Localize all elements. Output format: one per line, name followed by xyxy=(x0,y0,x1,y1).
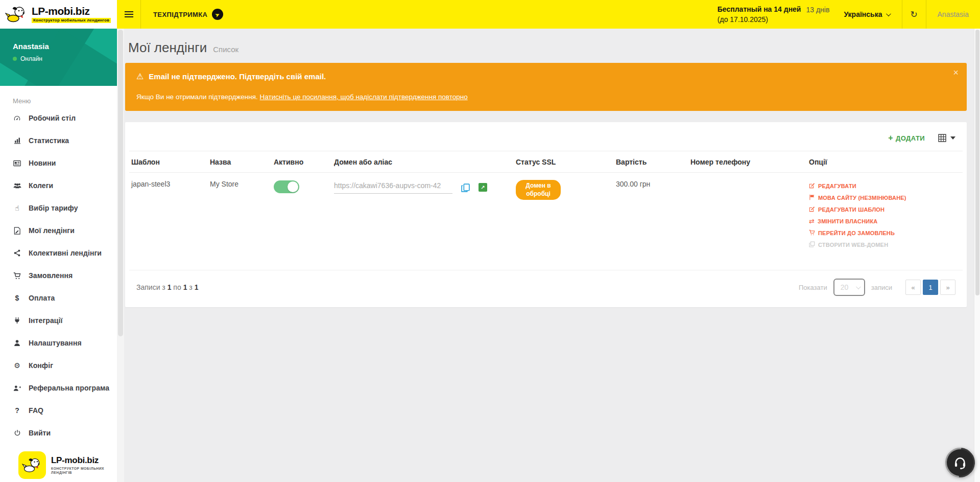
active-toggle[interactable] xyxy=(274,180,299,193)
pagination-next-button[interactable]: » xyxy=(940,280,955,295)
sidebar-item-statistics[interactable]: Статистика xyxy=(0,129,117,152)
page-subtitle: Список xyxy=(213,45,238,54)
option-site-language[interactable]: МОВА САЙТУ (НЕЗМІНЮВАНЕ) xyxy=(809,192,960,203)
cell-ssl-status: Домен в обробці xyxy=(514,173,614,258)
cell-name: My Store xyxy=(208,173,272,258)
external-link-icon[interactable]: ↗ xyxy=(479,183,487,192)
per-page-select[interactable]: 20 xyxy=(833,279,865,296)
user-icon xyxy=(12,339,22,347)
sidebar-item-news[interactable]: Новини xyxy=(0,152,117,174)
sidebar-item-referral[interactable]: Реферальна програма xyxy=(0,377,117,399)
sidebar: Anastasia Онлайн Меню Робочий стіл Стати… xyxy=(0,29,117,482)
sidebar-user-panel: Anastasia Онлайн xyxy=(0,29,117,86)
col-header-ssl[interactable]: Статус SSL xyxy=(514,151,614,172)
banner-text: Якщо Ви не отримали підтвердження. xyxy=(136,93,258,101)
col-header-options[interactable]: Опції xyxy=(807,151,963,172)
banner-title-text: Email не підтверджено. Підтвердіть свій … xyxy=(149,72,326,81)
brand-logo[interactable]: LP-mobi.biz Конструктор мобильных лендин… xyxy=(0,0,117,29)
col-header-domain[interactable]: Домен або аліас xyxy=(332,151,514,172)
gears-icon: ⚙ xyxy=(12,361,22,370)
cell-template: japan-steel3 xyxy=(129,173,208,258)
option-edit[interactable]: РЕДАГУВАТИ xyxy=(809,180,960,192)
sidebar-item-settings[interactable]: Налаштування xyxy=(0,332,117,354)
refresh-button[interactable]: ↻ xyxy=(902,0,926,29)
bar-chart-icon xyxy=(12,137,22,144)
sidebar-item-collective-landings[interactable]: Колективні лендінги xyxy=(0,242,117,264)
cell-domain: ↗ xyxy=(332,173,514,258)
plug-icon xyxy=(12,317,22,324)
option-change-owner[interactable]: ⇄ ЗМІНИТИ ВЛАСНИКА xyxy=(809,215,960,227)
sidebar-item-dashboard[interactable]: Робочий стіл xyxy=(0,107,117,129)
power-icon xyxy=(12,429,22,437)
table-footer: Записи з 1 по 1 з 1 Показати 20 записи « xyxy=(129,270,963,305)
sidebar-menu: Робочий стіл Статистика Новини Колеги ☝ … xyxy=(0,107,117,444)
col-header-phone[interactable]: Номер телефону xyxy=(688,151,807,172)
option-edit-template[interactable]: РЕДАГУВАТИ ШАБЛОН xyxy=(809,203,960,215)
landings-table: Шаблон Назва Активно Домен або аліас Ста… xyxy=(129,151,963,305)
cart-icon xyxy=(809,229,815,237)
col-header-template[interactable]: Шаблон xyxy=(129,151,208,172)
language-label: Українська xyxy=(844,10,882,18)
cell-active xyxy=(272,173,332,258)
sidebar-toggle-button[interactable] xyxy=(117,0,140,29)
sidebar-item-logout[interactable]: Вийти xyxy=(0,422,117,444)
col-header-name[interactable]: Назва xyxy=(208,151,272,172)
share-icon xyxy=(12,249,22,257)
banner-close-button[interactable]: × xyxy=(953,68,959,77)
sidebar-item-payment[interactable]: $ Оплата xyxy=(0,287,117,309)
resend-confirmation-link[interactable]: Натисніть це посилання, щоб надіслати пі… xyxy=(260,93,468,101)
sidebar-item-orders[interactable]: Замовлення xyxy=(0,264,117,287)
cart-icon xyxy=(12,272,22,280)
col-header-active[interactable]: Активно xyxy=(272,151,332,172)
add-landing-button[interactable]: + ДОДАТИ xyxy=(888,133,925,143)
dog-mascot-icon xyxy=(18,451,46,479)
dashboard-icon xyxy=(12,114,22,122)
cell-options: РЕДАГУВАТИ МОВА САЙТУ (НЕЗМІНЮВАНЕ) РЕДА… xyxy=(807,173,963,258)
users-icon xyxy=(12,182,22,189)
tech-support-label: ТЕХПІДТРИМКА xyxy=(153,11,207,18)
domain-input[interactable] xyxy=(334,180,452,194)
column-visibility-button[interactable] xyxy=(938,134,955,142)
online-status-label: Онлайн xyxy=(20,55,42,62)
tech-support-link[interactable]: ТЕХПІДТРИМКА ➤ xyxy=(141,0,232,29)
sidebar-scrollbar[interactable] xyxy=(117,29,124,482)
sidebar-item-integrations[interactable]: Інтеграції xyxy=(0,309,117,332)
col-header-price[interactable]: Вартість xyxy=(614,151,688,172)
page-header: Мої лендінги Список xyxy=(124,29,974,63)
sidebar-scrollbar-thumb[interactable] xyxy=(118,30,123,336)
pagination-prev-button[interactable]: « xyxy=(905,280,921,295)
page-scrollbar[interactable] xyxy=(974,29,980,482)
user-menu[interactable]: Anastasia xyxy=(926,0,980,29)
page-scrollbar-thumb[interactable] xyxy=(975,30,979,295)
trial-until: (до 17.10.2025) xyxy=(718,15,768,24)
menu-section-label: Меню xyxy=(0,86,117,107)
chevron-down-icon xyxy=(886,11,891,16)
records-info: Записи з 1 по 1 з 1 xyxy=(136,283,198,291)
language-selector[interactable]: Українська xyxy=(840,0,901,29)
show-label: Показати xyxy=(799,284,827,291)
brand-name: LP-mobi.biz xyxy=(51,456,117,466)
question-icon: ? xyxy=(12,406,22,415)
cell-price: 300.00 грн xyxy=(614,173,688,258)
sidebar-item-config[interactable]: ⚙ Конфіг xyxy=(0,354,117,377)
dog-mascot-icon xyxy=(5,5,28,24)
copy-icon[interactable] xyxy=(461,183,470,194)
sidebar-item-faq[interactable]: ? FAQ xyxy=(0,399,117,422)
hand-pointer-icon: ☝ xyxy=(12,204,22,212)
chevron-down-icon xyxy=(856,284,861,289)
sidebar-item-colleagues[interactable]: Колеги xyxy=(0,174,117,197)
sidebar-item-tariff[interactable]: ☝ Вибір тарифу xyxy=(0,197,117,219)
table-header-row: Шаблон Назва Активно Домен або аліас Ста… xyxy=(129,151,963,173)
trial-info: Бесплатный на 14 дней (до 17.10.2025) 13… xyxy=(718,0,840,29)
pagination: « 1 » xyxy=(905,280,955,295)
language-icon xyxy=(809,194,815,201)
pagination-page-1-button[interactable]: 1 xyxy=(923,280,938,295)
sidebar-item-my-landings[interactable]: Мої лендінги xyxy=(0,219,117,242)
online-status-dot xyxy=(13,57,17,61)
warning-icon: ⚠ xyxy=(136,72,144,81)
trial-days-left: 13 днів xyxy=(806,4,829,15)
brand-tagline: КОНСТРУКТОР МОБІЛЬНИХ ЛЕНДІНГІВ xyxy=(51,467,117,474)
option-go-to-orders[interactable]: ПЕРЕЙТИ ДО ЗАМОВЛЕНЬ xyxy=(809,227,960,239)
plus-icon: + xyxy=(888,133,893,143)
cell-phone xyxy=(688,173,807,258)
